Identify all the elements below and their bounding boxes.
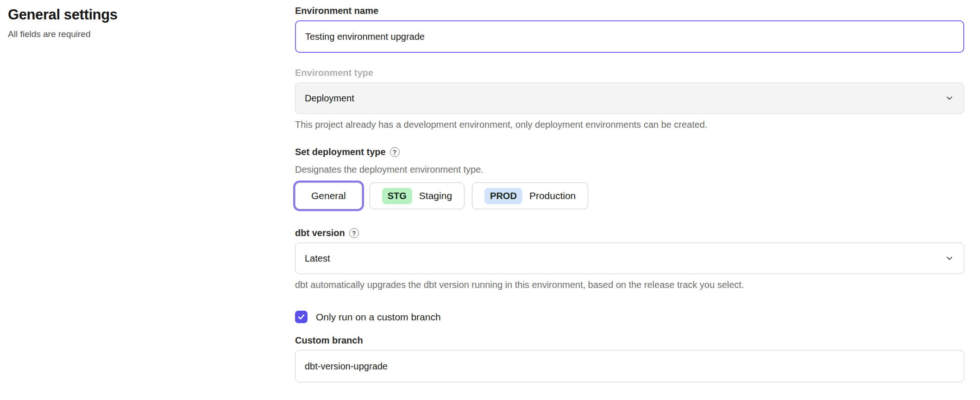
- general-button-label: General: [311, 190, 346, 201]
- deployment-type-helper: Designates the deployment environment ty…: [295, 164, 964, 175]
- dbt-version-value: Latest: [305, 253, 330, 264]
- deployment-type-options: General STG Staging PROD Production: [295, 182, 964, 209]
- custom-branch-label: Custom branch: [295, 335, 363, 346]
- environment-name-label: Environment name: [295, 6, 378, 16]
- prod-badge: PROD: [484, 188, 522, 204]
- checkmark-icon: [297, 313, 305, 321]
- deployment-type-staging-button[interactable]: STG Staging: [370, 182, 465, 209]
- settings-form: Environment name Environment type Deploy…: [295, 0, 980, 382]
- custom-branch-checkbox-row: Only run on a custom branch: [295, 311, 964, 323]
- deployment-type-label-row: Set deployment type ?: [295, 147, 964, 157]
- environment-type-group: Environment type Deployment This project…: [295, 68, 964, 130]
- deployment-type-group: Set deployment type ? Designates the dep…: [295, 147, 964, 209]
- production-button-label: Production: [529, 190, 576, 201]
- dbt-version-helper: dbt automatically upgrades the dbt versi…: [295, 280, 964, 290]
- dbt-version-label: dbt version: [295, 228, 345, 238]
- dbt-version-help-icon[interactable]: ?: [349, 228, 359, 238]
- deployment-type-help-icon[interactable]: ?: [390, 147, 400, 157]
- page-subtitle: All fields are required: [8, 29, 295, 39]
- environment-type-label: Environment type: [295, 68, 373, 78]
- custom-branch-checkbox[interactable]: [295, 311, 308, 323]
- deployment-type-production-button[interactable]: PROD Production: [472, 182, 588, 209]
- chevron-down-icon: [945, 94, 954, 102]
- chevron-down-icon: [945, 254, 954, 262]
- custom-branch-group: Custom branch: [295, 335, 964, 382]
- settings-page: General settings All fields are required…: [0, 0, 980, 382]
- deployment-type-general-button[interactable]: General: [295, 182, 362, 209]
- custom-branch-input[interactable]: [295, 350, 964, 382]
- staging-button-label: Staging: [419, 190, 452, 201]
- dbt-version-group: dbt version ? Latest dbt automatically u…: [295, 228, 964, 290]
- environment-name-input[interactable]: [295, 20, 964, 53]
- custom-branch-checkbox-label: Only run on a custom branch: [316, 312, 441, 323]
- settings-header: General settings All fields are required: [0, 0, 295, 382]
- dbt-version-label-row: dbt version ?: [295, 228, 964, 238]
- environment-type-helper: This project already has a development e…: [295, 119, 964, 130]
- page-title: General settings: [8, 6, 295, 23]
- environment-name-group: Environment name: [295, 6, 964, 53]
- environment-type-select[interactable]: Deployment: [295, 82, 964, 114]
- deployment-type-label: Set deployment type: [295, 147, 386, 157]
- dbt-version-select[interactable]: Latest: [295, 243, 964, 274]
- environment-type-value: Deployment: [305, 93, 354, 104]
- stg-badge: STG: [382, 188, 412, 204]
